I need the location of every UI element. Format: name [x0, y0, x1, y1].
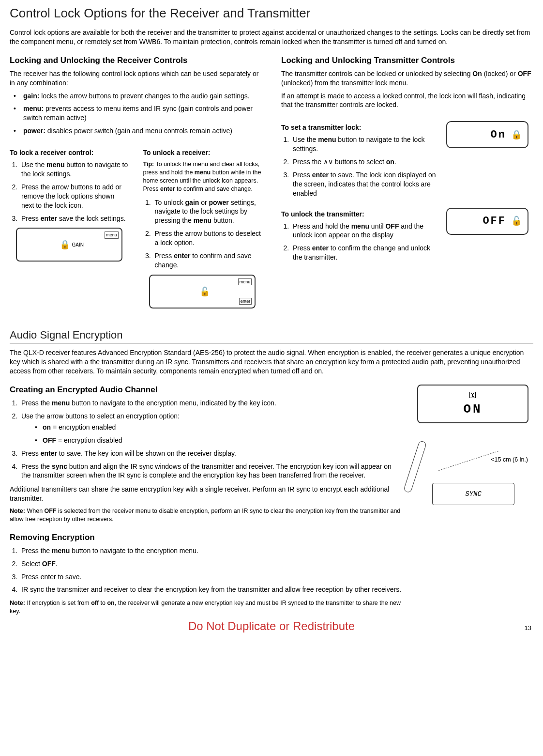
t: If encryption is set from: [25, 600, 91, 606]
remove-enc-step2: Select OFF.: [19, 559, 403, 569]
page-intro: Control lock options are available for b…: [10, 28, 533, 46]
t: Press the: [21, 399, 52, 407]
t: (locked) or: [482, 70, 518, 77]
enter-button-icon: enter: [239, 298, 252, 305]
t: off: [91, 600, 99, 606]
receiver-option-menu: menu: prevents access to menu items and …: [18, 104, 262, 123]
t: The transmitter controls can be locked o…: [281, 70, 472, 77]
t: to save. The key icon will be shown on t…: [57, 449, 236, 457]
menu-button-icon: menu: [105, 231, 119, 238]
unlock-tx-heading: To unlock the transmitter:: [281, 210, 439, 219]
create-enc-note: Note: When OFF is selected from the rece…: [10, 507, 403, 524]
set-tx-step2: Press the ∧∨ buttons to select on.: [291, 157, 439, 167]
t: is selected from the receiver menu to di…: [10, 508, 400, 523]
page-number: 13: [525, 624, 531, 633]
transmitter-intro: The transmitter controls can be locked o…: [281, 69, 533, 88]
encryption-intro: The QLX-D receiver features Advanced Enc…: [10, 348, 533, 376]
t: OFF: [385, 222, 399, 230]
t: until: [369, 222, 385, 230]
receiver-unlock-illustration: 🔓 menu enter: [149, 275, 256, 309]
enc-lcd-on: ON: [463, 401, 482, 418]
transmitter-flash-note: If an attempt is made to access a locked…: [281, 92, 533, 110]
page-title: Control Lock Options for the Receiver an…: [10, 5, 533, 23]
t: = encryption disabled: [56, 436, 122, 444]
t: enter: [41, 215, 57, 222]
lock-receiver-step1: Use the menu button to navigate to the l…: [19, 160, 129, 179]
t: OFF: [43, 436, 56, 444]
receiver-heading: Locking and Unlocking the Receiver Contr…: [10, 55, 262, 66]
t: button to navigate to the encryption men…: [70, 547, 198, 555]
t: or: [199, 199, 209, 206]
t: OFF: [45, 508, 57, 514]
t: Press: [293, 244, 312, 252]
t: menu: [52, 547, 70, 555]
unlock-icon: 🔓: [511, 215, 522, 227]
set-tx-lock-heading: To set a transmitter lock:: [281, 123, 439, 132]
t: OFF: [518, 70, 531, 77]
lock-receiver-step2: Press the arrow buttons to add or remove…: [19, 183, 129, 210]
t: Note:: [10, 508, 25, 514]
receiver-intro: The receiver has the following control l…: [10, 69, 262, 88]
t: menu: [194, 216, 211, 224]
t: Use the: [21, 161, 46, 169]
lock-receiver-heading: To lock a receiver control:: [10, 148, 129, 157]
t: Press the: [293, 158, 323, 166]
t: On: [472, 70, 482, 77]
t: on: [107, 600, 114, 606]
t: .: [394, 158, 396, 166]
t: menu: [46, 161, 64, 169]
set-tx-step1: Use the menu button to navigate to the l…: [291, 135, 439, 154]
enc-option-off: OFF = encryption disabled: [41, 436, 403, 445]
unlock-receiver-steps: To unlock gain or power settings, naviga…: [143, 198, 262, 270]
sync-distance-label: <15 cm (6 in.): [491, 456, 528, 464]
t: Tip:: [143, 161, 154, 168]
transmitter-heading: Locking and Unlocking Transmitter Contro…: [281, 55, 533, 66]
remove-enc-note: Note: If encryption is set from off to o…: [10, 599, 403, 616]
microphone-icon: [403, 440, 427, 494]
enc-options-list: on = encryption enabled OFF = encryption…: [21, 423, 403, 445]
t: enter: [174, 252, 190, 260]
t: sync: [52, 463, 67, 470]
unlock-receiver-tip: Tip: To unlock the menu and clear all lo…: [143, 160, 262, 193]
encryption-display: ⚿ ON: [417, 385, 528, 423]
t: OFF: [42, 560, 56, 568]
lock-icon: 🔒: [60, 239, 70, 250]
t: Press and hold the: [293, 222, 351, 230]
create-enc-step1: Press the menu button to navigate to the…: [19, 399, 403, 408]
lock-icon: 🔒: [511, 129, 522, 140]
t: When: [25, 508, 45, 514]
receiver-option-power: power: disables power switch (gain and m…: [18, 126, 262, 136]
set-tx-step3: Press enter to save. The lock icon displ…: [291, 170, 439, 198]
t: on: [43, 423, 51, 431]
t: button and align the IR sync windows of …: [21, 463, 392, 479]
t: menu: [52, 399, 70, 407]
t: button.: [211, 216, 234, 224]
receiver-lock-illustration: 🔒 GAIN menu: [16, 228, 122, 262]
receiver-option-gain: gain: locks the arrow buttons to prevent…: [18, 92, 262, 101]
sync-receiver-box: SYNC: [432, 483, 514, 505]
remove-enc-step3: Press enter to save.: [19, 572, 403, 582]
unlock-receiver-step3: Press enter to confirm and save change.: [153, 251, 262, 270]
ir-beam-line: [438, 451, 498, 471]
t: power: [209, 199, 229, 206]
watermark-text: Do Not Duplicate or Redistribute: [0, 618, 543, 634]
unlock-tx-step2: Press enter to confirm the change and un…: [291, 244, 439, 262]
lock-receiver-steps: Use the menu button to navigate to the l…: [10, 160, 129, 223]
remove-enc-step1: Press the menu button to navigate to the…: [19, 546, 403, 555]
t: enter: [312, 244, 329, 252]
t: Press: [155, 252, 174, 260]
receiver-option-menu-text: prevents access to menu items and IR syn…: [23, 105, 253, 122]
unlock-tx-steps: Press and hold the menu until OFF and th…: [281, 222, 439, 262]
create-enc-heading: Creating an Encrypted Audio Channel: [10, 385, 403, 396]
enc-option-on: on = encryption enabled: [41, 423, 403, 432]
t: = encryption enabled: [51, 423, 116, 431]
t: save the lock settings.: [57, 215, 126, 222]
t: on: [386, 158, 394, 166]
arrow-buttons-icon: ∧∨: [323, 158, 333, 166]
unlock-receiver-step2: Press the arrow buttons to deselect a lo…: [153, 229, 262, 247]
t: Press: [21, 449, 41, 457]
tx-display-on: On 🔒: [446, 121, 528, 148]
receiver-display-gain: GAIN: [72, 242, 84, 248]
receiver-option-power-text: disables power switch (gain and menu con…: [47, 127, 232, 135]
t: .: [56, 560, 58, 568]
